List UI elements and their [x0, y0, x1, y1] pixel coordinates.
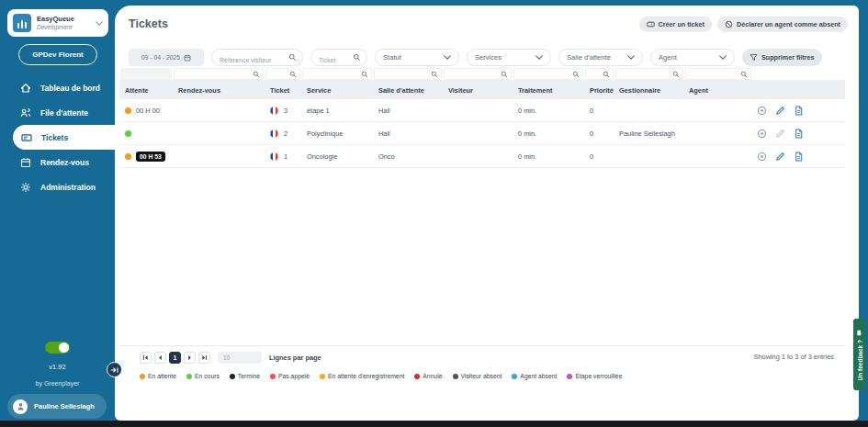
search-icon	[740, 71, 748, 78]
feedback-tab[interactable]: Un feedback ?	[853, 319, 865, 390]
declare-agent-absent-button[interactable]: Déclarer un agent comme absent	[717, 17, 848, 32]
main-content: Tickets Créer un ticket Déclarer un agen…	[115, 6, 859, 421]
ticket-number: 3	[284, 107, 287, 115]
sidebar-item-label: Administration	[40, 183, 96, 192]
current-page-button[interactable]: 1	[169, 352, 181, 364]
ticket-icon	[647, 20, 655, 28]
page-title: Tickets	[129, 17, 168, 30]
wait-time-badge: 00 H 53	[136, 152, 165, 162]
sidebar-nav: Tableau de bord File d'attente Tickets R…	[0, 75, 115, 199]
table-row: 2 Polyclinique Hall 0 min. 0 Pauline Sel…	[119, 122, 845, 145]
legend-item: Pas appelé	[270, 373, 310, 379]
status-dot	[414, 374, 420, 379]
legend-item: Annulé	[414, 373, 442, 379]
service-cell: Polyclinique	[301, 129, 373, 138]
sidebar-item-tableau-de-bord[interactable]: Tableau de bord	[0, 75, 115, 100]
priorite-cell: 0	[584, 152, 614, 161]
brand-environment: Development	[37, 24, 90, 30]
salle-cell: Hall	[373, 107, 443, 115]
ticket-filter	[310, 49, 367, 66]
clear-filters-button[interactable]: Supprimer filtres	[742, 49, 822, 66]
status-dot	[125, 153, 131, 160]
ticket-number: 2	[284, 129, 287, 138]
workspace-button[interactable]: GPDev Florent	[18, 44, 97, 65]
salle-search[interactable]	[374, 68, 442, 80]
sidebar-item-rendez-vous[interactable]: Rendez-vous	[0, 150, 115, 174]
sidebar-collapse-button[interactable]	[107, 362, 122, 377]
edit-icon[interactable]	[775, 152, 785, 162]
traitement-search[interactable]	[513, 68, 583, 80]
status-dot	[453, 374, 458, 379]
column-header: Salle d'attente	[373, 86, 443, 95]
priorite-search[interactable]	[585, 68, 614, 80]
chevron-down-icon	[444, 55, 451, 60]
traitement-cell: 0 min.	[513, 107, 584, 115]
previous-page-button[interactable]	[154, 352, 166, 364]
legend-item: Visiteur absent	[453, 373, 502, 379]
bottom-strip	[0, 421, 868, 427]
table-header-row: Attente Rendez-vous Ticket Service Salle…	[119, 81, 845, 99]
speech-bubble-icon	[856, 329, 863, 336]
table-search-row	[119, 68, 845, 81]
search-icon	[353, 53, 361, 62]
salle-cell: Onco	[373, 152, 443, 161]
gestionnaire-search[interactable]	[615, 68, 683, 80]
search-icon	[361, 71, 368, 78]
rows-per-page-input[interactable]: 10	[218, 352, 262, 364]
document-icon[interactable]	[794, 106, 804, 116]
search-icon	[431, 71, 438, 78]
search-icon	[603, 71, 610, 78]
sidebar-item-tickets[interactable]: Tickets	[13, 125, 115, 150]
user-name: Pauline Selleslagh	[34, 402, 95, 410]
visiteur-search[interactable]	[444, 68, 512, 80]
service-search[interactable]	[302, 68, 372, 80]
next-page-button[interactable]	[184, 352, 196, 364]
agent-search[interactable]	[685, 68, 751, 80]
sidebar-item-file-dattente[interactable]: File d'attente	[0, 100, 115, 125]
no-entry-icon	[725, 20, 733, 28]
home-icon	[20, 83, 31, 94]
first-page-button[interactable]	[140, 352, 152, 364]
create-ticket-button[interactable]: Créer un ticket	[639, 17, 712, 32]
salle-cell: Hall	[373, 129, 443, 138]
tickets-table: Attente Rendez-vous Ticket Service Salle…	[119, 68, 845, 168]
service-cell: étape 1	[301, 107, 373, 115]
statut-select[interactable]: Statut	[375, 49, 459, 66]
column-header: Visiteur	[443, 86, 513, 95]
current-user[interactable]: Pauline Selleslagh	[7, 394, 107, 419]
status-dot	[270, 374, 276, 379]
details-icon[interactable]	[757, 106, 767, 116]
ticket-search[interactable]	[265, 68, 301, 80]
search-icon	[501, 71, 508, 78]
person-icon	[13, 399, 28, 414]
visitor-reference-filter	[211, 49, 303, 66]
theme-toggle[interactable]	[45, 342, 70, 354]
services-select[interactable]: Services	[467, 49, 551, 66]
status-dot	[125, 107, 131, 114]
pagination: 1	[140, 352, 210, 364]
table-footer: 1 10 Lignes par page Showing 1 to 3 of 3…	[119, 345, 845, 369]
agent-select[interactable]: Agent	[650, 49, 735, 66]
traitement-cell: 0 min.	[513, 129, 584, 138]
edit-icon[interactable]	[775, 106, 785, 116]
details-icon[interactable]	[757, 129, 767, 139]
rendez-vous-search[interactable]	[174, 68, 263, 80]
salle-dattente-select[interactable]: Salle d'attente	[558, 49, 643, 66]
chevron-down-icon	[627, 55, 635, 60]
last-page-button[interactable]	[198, 352, 210, 364]
date-filter[interactable]: 09 - 04 - 2025	[129, 49, 204, 66]
workspace-switcher[interactable]: EasyQueue Development	[7, 9, 108, 37]
chevron-down-icon	[96, 21, 103, 26]
header-actions: Créer un ticket Déclarer un agent comme …	[639, 17, 848, 32]
column-header: Gestionnaire	[614, 86, 683, 95]
status-dot	[567, 374, 572, 379]
sidebar-item-administration[interactable]: Administration	[0, 174, 115, 199]
details-icon[interactable]	[757, 152, 767, 162]
entries-summary: Showing 1 to 3 of 3 entries	[753, 353, 834, 361]
column-header: Traitement	[513, 86, 584, 95]
chevron-down-icon	[535, 55, 543, 60]
status-dot	[186, 374, 192, 379]
document-icon[interactable]	[794, 129, 804, 139]
document-icon[interactable]	[794, 152, 804, 162]
column-header: Ticket	[265, 86, 301, 95]
